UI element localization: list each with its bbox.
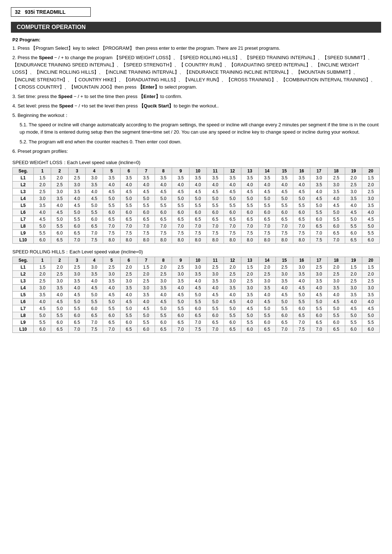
table-cell: 7.0	[310, 326, 328, 333]
table-cell: 4.5	[276, 291, 293, 298]
table-cell: 5.5	[103, 305, 120, 312]
table-cell: 4.0	[224, 181, 241, 188]
table-cell: 6.0	[103, 209, 120, 216]
table-cell: 4.5	[362, 305, 380, 312]
table-cell: 3.5	[51, 284, 69, 291]
table-cell: 4.0	[328, 291, 345, 298]
table-cell: 5.5	[189, 298, 207, 305]
table-cell: 8.0	[258, 236, 276, 243]
table-cell: 4.0	[68, 284, 86, 291]
table-cell: 3.5	[345, 195, 362, 202]
table-cell: 4.0	[207, 181, 224, 188]
table-cell: 1.5	[34, 264, 51, 270]
table-cell: 4.0	[86, 188, 103, 195]
table-cell: 5.0	[362, 223, 380, 229]
table-cell: 3.5	[34, 291, 51, 298]
table-cell: 4.0	[103, 181, 120, 188]
table-cell: 5.5	[34, 319, 51, 326]
table-cell: 2.0	[345, 174, 362, 181]
table-cell: 7.5	[138, 229, 155, 236]
table1-col-header: 3	[68, 167, 86, 174]
table-cell: 6.0	[276, 209, 293, 216]
table-cell: 5.0	[328, 305, 345, 312]
table-cell: 4.0	[34, 209, 51, 216]
table-cell: 5.0	[293, 291, 310, 298]
table-cell: 1.5	[345, 264, 362, 270]
table-cell: 4.5	[103, 291, 120, 298]
table-cell: 6.0	[155, 319, 172, 326]
table-cell: 5.5	[293, 298, 310, 305]
table-cell: 5.0	[224, 305, 241, 312]
table-cell: 5.5	[51, 223, 69, 229]
main-content: P2 Program: 1. Press 【Program Select】key…	[11, 37, 381, 333]
table-cell: 4.5	[155, 298, 172, 305]
table-cell: 2.5	[224, 270, 241, 277]
table-cell: 2.5	[345, 277, 362, 284]
table-cell: 7.5	[276, 229, 293, 236]
table-cell: 5.5	[51, 312, 69, 319]
step5-2-text: 5.2. The program will end when the count…	[12, 138, 380, 146]
table-cell: 3.0	[86, 174, 103, 181]
table-cell: 5.0	[345, 312, 362, 319]
table-cell: 6.0	[68, 312, 86, 319]
table-cell: 1.5	[362, 264, 380, 270]
table-row: L106.06.57.07.57.06.56.06.57.07.57.06.56…	[13, 326, 380, 333]
table-cell: 7.0	[189, 319, 207, 326]
table-cell: 2.5	[310, 264, 328, 270]
table-row: L85.05.56.06.56.05.55.05.56.06.56.05.55.…	[13, 312, 380, 319]
table-row: L22.02.53.03.54.04.04.04.04.04.04.04.04.…	[13, 181, 380, 188]
table-row: L64.04.55.05.55.04.54.04.55.05.55.04.54.…	[13, 298, 380, 305]
table-cell: 8.0	[172, 236, 189, 243]
table-cell: 5.0	[138, 312, 155, 319]
table-cell: 7.5	[224, 229, 241, 236]
table-row: L43.03.54.04.54.03.53.03.54.04.54.03.53.…	[13, 284, 380, 291]
qucik-start-label: 【Qucik Start】	[139, 103, 173, 109]
table2-col-header: 15	[276, 257, 293, 264]
table2-col-header: 19	[345, 257, 362, 264]
table-row: L53.54.04.55.05.55.55.55.55.55.55.55.55.…	[13, 202, 380, 209]
table-cell: L1	[13, 174, 34, 181]
table1-col-header: 20	[362, 167, 380, 174]
table-cell: 3.5	[51, 195, 69, 202]
table-row: L22.02.53.03.53.02.52.02.53.03.53.02.52.…	[13, 270, 380, 277]
table-cell: 2.5	[34, 188, 51, 195]
table-cell: 6.0	[86, 305, 103, 312]
table-cell: 6.0	[155, 209, 172, 216]
table-cell: 5.5	[293, 202, 310, 209]
table-cell: 5.5	[276, 305, 293, 312]
table-cell: 5.0	[328, 209, 345, 216]
table-cell: 4.0	[293, 277, 310, 284]
table-cell: 4.5	[120, 298, 138, 305]
table-cell: 7.5	[293, 229, 310, 236]
table-cell: 7.5	[207, 229, 224, 236]
table-cell: 6.0	[362, 236, 380, 243]
table-cell: 2.0	[51, 174, 69, 181]
table-cell: 7.5	[172, 229, 189, 236]
table-cell: 2.5	[51, 181, 69, 188]
table-cell: 2.0	[241, 270, 258, 277]
table-cell: 3.5	[155, 284, 172, 291]
table-row: L11.52.02.53.02.52.01.52.02.53.02.52.01.…	[13, 264, 380, 270]
table-cell: 2.5	[34, 277, 51, 284]
table-cell: 5.5	[138, 319, 155, 326]
table1-col-header: 13	[241, 167, 258, 174]
table-cell: 5.5	[310, 305, 328, 312]
table1-col-header: 16	[293, 167, 310, 174]
table-cell: 4.5	[328, 298, 345, 305]
table-cell: 6.5	[276, 216, 293, 223]
table-cell: 4.5	[120, 188, 138, 195]
table-cell: 6.5	[120, 326, 138, 333]
table-cell: 5.5	[103, 202, 120, 209]
table-cell: 4.5	[258, 298, 276, 305]
table-cell: 4.5	[258, 188, 276, 195]
table-cell: 4.5	[51, 209, 69, 216]
table-cell: 5.5	[120, 312, 138, 319]
table2-col-header: 4	[86, 257, 103, 264]
table-cell: 5.5	[328, 312, 345, 319]
speed-label-4: Speed	[59, 103, 73, 109]
table-cell: 5.5	[138, 202, 155, 209]
table-cell: 3.0	[34, 195, 51, 202]
table-cell: 2.5	[68, 264, 86, 270]
table-cell: 5.5	[207, 305, 224, 312]
table-cell: 3.0	[276, 270, 293, 277]
